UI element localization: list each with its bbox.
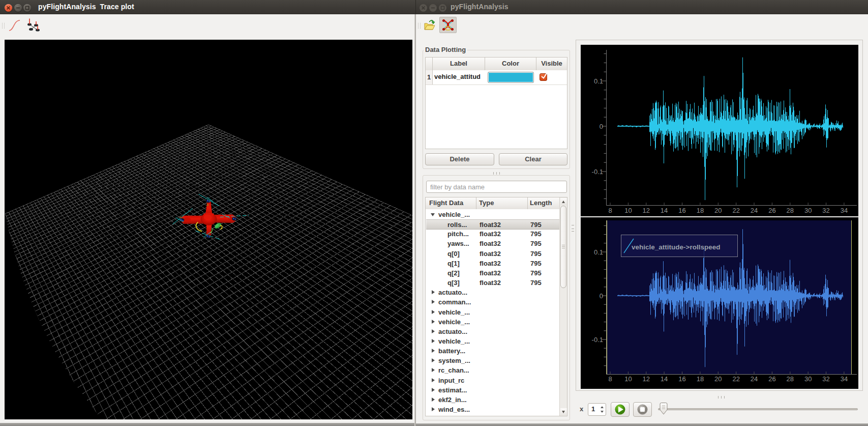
svg-text:-0.1: -0.1: [592, 336, 603, 344]
svg-text:14: 14: [661, 375, 668, 383]
svg-text:32: 32: [822, 207, 829, 214]
svg-text:10: 10: [624, 207, 632, 214]
svg-text:30: 30: [804, 375, 812, 383]
svg-text:14: 14: [661, 207, 668, 214]
svg-text:vehicle_attitude->rollspeed: vehicle_attitude->rollspeed: [632, 243, 720, 251]
svg-text:24: 24: [751, 207, 758, 214]
svg-text:12: 12: [643, 375, 650, 383]
svg-text:0.1: 0.1: [594, 248, 603, 256]
svg-text:34: 34: [841, 375, 848, 383]
svg-text:10: 10: [624, 375, 632, 383]
svg-text:12: 12: [643, 207, 650, 214]
svg-text:32: 32: [822, 375, 829, 383]
svg-text:26: 26: [768, 207, 775, 214]
svg-text:26: 26: [768, 375, 775, 383]
svg-text:28: 28: [787, 207, 794, 214]
svg-text:0.1: 0.1: [594, 77, 603, 85]
svg-text:20: 20: [714, 207, 722, 214]
svg-text:0: 0: [600, 123, 603, 130]
svg-text:18: 18: [697, 375, 704, 383]
svg-text:22: 22: [732, 207, 739, 214]
svg-text:8: 8: [608, 375, 612, 383]
svg-text:16: 16: [678, 207, 685, 214]
svg-text:24: 24: [751, 375, 758, 383]
svg-text:22: 22: [732, 375, 739, 383]
svg-text:18: 18: [697, 207, 704, 214]
svg-text:28: 28: [787, 375, 794, 383]
svg-text:34: 34: [841, 207, 848, 214]
svg-text:16: 16: [678, 375, 685, 383]
svg-text:0: 0: [600, 292, 603, 300]
svg-text:-0.1: -0.1: [592, 168, 603, 176]
svg-text:8: 8: [608, 207, 612, 214]
svg-text:20: 20: [714, 375, 722, 383]
svg-text:30: 30: [804, 207, 812, 214]
